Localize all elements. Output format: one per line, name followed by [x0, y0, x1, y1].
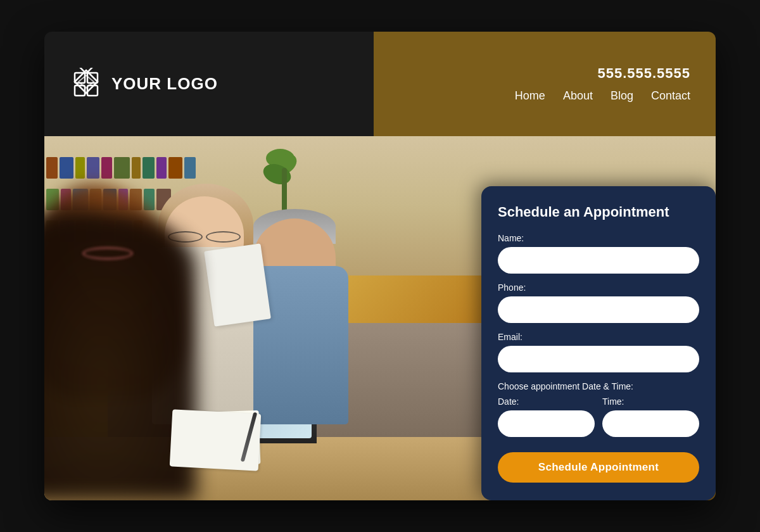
date-label: Date:: [498, 396, 595, 407]
nav-home[interactable]: Home: [515, 89, 545, 103]
phone-input[interactable]: [498, 296, 699, 323]
nav-contact[interactable]: Contact: [651, 89, 690, 103]
name-group: Name:: [498, 233, 699, 274]
plant-stem: [282, 168, 287, 212]
email-label: Email:: [498, 332, 699, 342]
schedule-appointment-button[interactable]: Schedule Appointment: [498, 452, 699, 483]
header-left: YOUR LOGO: [44, 32, 374, 136]
nav-links: Home About Blog Contact: [515, 89, 690, 103]
date-input[interactable]: [498, 410, 595, 437]
nav-blog[interactable]: Blog: [611, 89, 633, 103]
header: YOUR LOGO 555.555.5555 Home About Blog C…: [44, 32, 716, 136]
time-col: Time:: [602, 396, 699, 437]
date-col: Date:: [498, 396, 595, 437]
name-label: Name:: [498, 233, 699, 243]
plant-decoration: [266, 149, 304, 212]
phone-label: Phone:: [498, 282, 699, 293]
glasses-hint: [82, 247, 133, 260]
datetime-label: Choose appointment Date & Time:: [498, 381, 699, 391]
logo-text: YOUR LOGO: [111, 74, 218, 94]
phone-group: Phone:: [498, 282, 699, 323]
appointment-form-card: Schedule an Appointment Name: Phone: Ema…: [481, 186, 716, 500]
header-right: 555.555.5555 Home About Blog Contact: [374, 32, 716, 136]
nav-about[interactable]: About: [563, 89, 593, 103]
email-group: Email:: [498, 332, 699, 372]
name-input[interactable]: [498, 247, 699, 274]
datetime-row: Date: Time:: [498, 396, 699, 437]
phone-number: 555.555.5555: [597, 65, 690, 82]
time-input[interactable]: [602, 410, 699, 437]
main-content: Schedule an Appointment Name: Phone: Ema…: [44, 136, 716, 500]
logo-icon: [70, 68, 103, 101]
form-title: Schedule an Appointment: [498, 204, 699, 220]
email-input[interactable]: [498, 346, 699, 372]
logo-area: YOUR LOGO: [70, 68, 218, 101]
time-label: Time:: [602, 396, 699, 407]
browser-window: YOUR LOGO 555.555.5555 Home About Blog C…: [44, 32, 716, 500]
datetime-section: Choose appointment Date & Time: Date: Ti…: [498, 381, 699, 437]
